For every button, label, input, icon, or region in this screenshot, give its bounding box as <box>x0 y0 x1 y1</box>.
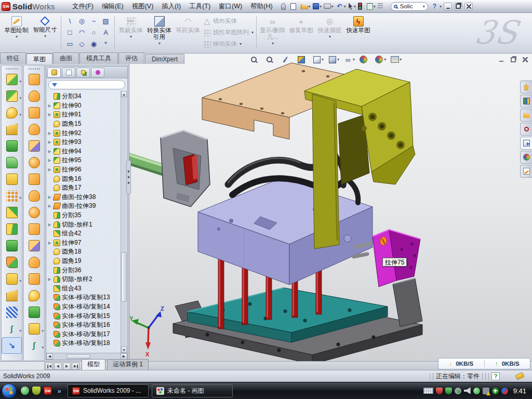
tree-item[interactable]: ▶曲面-拉伸38 <box>47 193 120 202</box>
dropdown-arrow-icon[interactable]: ▾ <box>19 196 21 200</box>
zoom-to-fit-icon[interactable]: ▾ <box>250 55 261 64</box>
dropdown-arrow-icon[interactable]: ▾ <box>309 4 311 9</box>
dropdown-arrow-icon[interactable]: ▾ <box>337 57 339 62</box>
tree-vertical-scrollbar[interactable]: ▲ ▼ <box>121 91 127 353</box>
tree-item[interactable]: ▶拉伸91 <box>47 110 120 119</box>
options[interactable]: ▾ <box>377 3 387 9</box>
sync-icon[interactable] <box>473 388 480 394</box>
select-tool[interactable]: ▾ <box>347 3 357 10</box>
new-document[interactable]: ▾ <box>289 3 300 10</box>
menu-item[interactable]: 编辑(E) <box>98 1 128 12</box>
featuremanager-tab[interactable] <box>47 68 61 77</box>
magnifying-glass-icon[interactable]: ▾ <box>281 55 292 64</box>
menu-item[interactable]: 插入(I) <box>157 1 185 12</box>
hole-wizard-tool[interactable]: ▾ <box>2 171 22 188</box>
expander-icon[interactable]: ▶ <box>47 149 52 154</box>
sketch-entity-tool[interactable]: ▧ <box>100 16 112 27</box>
tab-evaluate[interactable]: 评估 <box>118 52 144 64</box>
tree-item[interactable]: ▶圆角16 <box>47 174 120 183</box>
dropdown-arrow-icon[interactable]: ▾ <box>354 4 356 9</box>
expander-icon[interactable]: ▶ <box>47 131 52 136</box>
sketch-entity-tool[interactable]: ○ <box>88 27 100 38</box>
filled-surface-tool[interactable]: ▾ <box>24 154 44 171</box>
dropdown-arrow-icon[interactable]: ▾ <box>19 96 21 100</box>
design-checker[interactable]: ▾ <box>366 3 377 10</box>
solidworks-icon[interactable]: SW <box>44 387 52 395</box>
tab-sketch[interactable]: 草图 <box>26 54 52 64</box>
solidworks-search-tab[interactable] <box>520 123 532 136</box>
appearances-scenes-tab[interactable] <box>520 151 532 164</box>
smart-dimension-button[interactable]: 智能尺寸▾ <box>31 14 59 51</box>
menu-item[interactable]: 窗口(W) <box>215 1 246 12</box>
dropdown-arrow-icon[interactable]: ▾ <box>42 329 44 333</box>
sketch-entity-tool[interactable]: ◠ <box>76 27 88 38</box>
tab-dimxpert[interactable]: DimXpert <box>145 54 184 64</box>
trim-surface-tool[interactable]: ▾ <box>24 237 44 254</box>
dropdown-arrow-icon[interactable]: ▾ <box>44 34 46 38</box>
save-document[interactable]: ▾ <box>312 3 323 9</box>
undo[interactable]: ↶▾ <box>335 3 347 10</box>
dropdown-arrow-icon[interactable]: ▾ <box>272 41 274 46</box>
knit-surface-tool[interactable]: ▾ <box>24 221 44 237</box>
apply-scene-icon[interactable]: ▾ <box>375 55 386 64</box>
lofted-surface-tool[interactable]: ▾ <box>24 121 44 138</box>
dropdown-arrow-icon[interactable]: ▾ <box>251 30 254 35</box>
health-icon[interactable] <box>492 388 499 394</box>
shell-tool[interactable]: ▾ <box>2 154 22 171</box>
messenger-icon[interactable] <box>21 387 29 395</box>
edit-appearance-icon[interactable]: ▾ <box>359 55 370 64</box>
tree-item[interactable]: ▶拉伸96 <box>47 165 120 175</box>
untrim-surface-tool[interactable]: ▾ <box>24 254 44 271</box>
graphics-viewport[interactable]: Y Z X ▾▾▾▾▾▾▾▾▾▾ 拉伸75 <box>129 54 532 361</box>
tree-item[interactable]: ▶拉伸97 <box>47 238 120 248</box>
design-library-tab[interactable] <box>520 95 532 108</box>
radiate-surface-tool[interactable]: ▾ <box>24 204 44 221</box>
dimxpertmanager-tab[interactable] <box>91 68 104 77</box>
tree-filter-input[interactable] <box>48 80 125 89</box>
planar-surface-tool[interactable]: ▾ <box>24 171 44 188</box>
tree-item[interactable]: ▶拉伸90 <box>47 101 120 111</box>
menu-item[interactable]: 工具(T) <box>185 1 215 12</box>
dropdown-arrow-icon[interactable]: ▾ <box>16 34 18 39</box>
taskbar-clock[interactable]: 9:41 <box>511 387 530 395</box>
menu-item[interactable]: 视图(V) <box>128 1 158 12</box>
expander-icon[interactable]: ▶ <box>47 241 52 245</box>
chamfer-tool[interactable]: ▾ <box>2 121 22 138</box>
linear-pattern-tool[interactable]: ▾ <box>2 138 22 154</box>
help-button[interactable]: ? <box>431 3 438 10</box>
restore-button[interactable] <box>454 3 462 10</box>
update-icon[interactable] <box>455 388 461 394</box>
dropdown-arrow-icon[interactable]: ▾ <box>331 4 334 9</box>
offset-surface-tool[interactable]: ▾ <box>24 188 44 204</box>
tree-item[interactable]: ▶圆角17 <box>47 183 120 193</box>
doc-close-button[interactable] <box>522 56 529 63</box>
tree-item[interactable]: ▶拉伸95 <box>47 156 120 165</box>
dropdown-arrow-icon[interactable]: ▾ <box>374 4 376 9</box>
dropdown-arrow-icon[interactable]: ▾ <box>158 41 161 46</box>
quicklaunch-overflow-icon[interactable]: » <box>55 387 63 395</box>
swept-surface-tool[interactable]: ▾ <box>24 104 44 121</box>
view-palette-tab[interactable] <box>520 137 532 150</box>
tab-surfaces[interactable]: 曲面 <box>53 52 79 64</box>
dropdown-arrow-icon[interactable]: ▾ <box>130 34 132 39</box>
expander-icon[interactable]: ▶ <box>47 277 52 282</box>
sketch-button[interactable]: 草图绘制▾ <box>2 14 31 51</box>
tree-item[interactable]: ▶分割34 <box>47 92 120 101</box>
menu-item[interactable]: 文件(F) <box>68 1 98 12</box>
tree-item[interactable]: ▶实体-移动/复制18 <box>47 339 120 348</box>
print-document[interactable]: ▾ <box>323 4 335 9</box>
expander-icon[interactable]: ▶ <box>47 167 52 172</box>
expander-icon[interactable]: ▶ <box>47 112 52 117</box>
dropdown-arrow-icon[interactable]: ▾ <box>19 279 21 283</box>
language-keyboard-icon[interactable] <box>423 388 433 394</box>
sketch-entity-tool[interactable]: □ <box>64 27 76 38</box>
tree-item[interactable]: ▶曲面-拉伸39 <box>47 202 120 211</box>
combine-tool[interactable]: ▾ <box>2 204 22 221</box>
sketch-entity-tool[interactable]: ▭ <box>64 38 76 50</box>
scrollbar-thumb[interactable] <box>66 354 90 359</box>
propertymanager-tab[interactable] <box>62 68 75 77</box>
tree-item[interactable]: ▶实体-移动/复制15 <box>47 311 120 321</box>
network-warning-icon[interactable] <box>483 388 489 394</box>
search-dropdown-icon[interactable]: ▾ <box>423 4 425 9</box>
sketch-driven-pattern-tool[interactable]: ▾ <box>2 188 22 204</box>
